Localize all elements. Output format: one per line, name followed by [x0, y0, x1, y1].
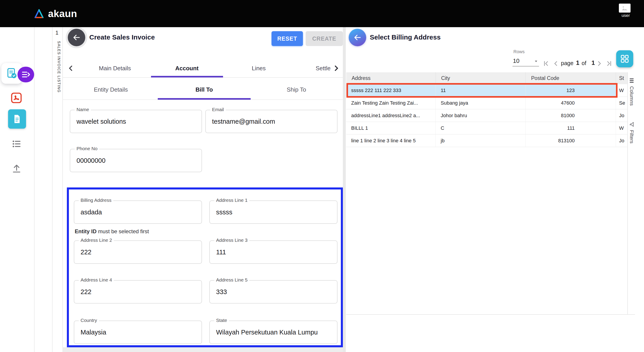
name-field[interactable]: Name wavelet solutions [70, 110, 202, 133]
subtab-bill-to[interactable]: Bill To [196, 86, 213, 93]
divider-horizontal [346, 314, 635, 315]
tab-account[interactable]: Account [175, 65, 198, 72]
address-line-1-label: Address Line 1 [214, 198, 249, 203]
cell-postal-code: 47600 [526, 97, 616, 109]
tabs-next-button[interactable] [332, 64, 340, 73]
table-row[interactable]: Zain Testing Zain Testing Zai... Subang … [346, 97, 628, 109]
invoice-document-icon [6, 67, 18, 80]
sales-document-button[interactable] [8, 109, 26, 129]
columns-tool-label: Columns [629, 86, 634, 106]
filters-tool-label: Filters [629, 130, 634, 143]
chevron-left-icon [552, 60, 560, 67]
invoice-back-button[interactable] [68, 29, 85, 46]
filters-tool-button[interactable]: Filters [628, 121, 636, 160]
first-page-icon [542, 60, 550, 67]
akaun-logo: akaun [34, 0, 77, 27]
listing-strip-label: SALES INVOICE LISTING [54, 38, 61, 96]
table-row[interactable]: addressLine1 addressLine2 a... Johor bah… [346, 109, 628, 122]
sidebar [0, 27, 34, 352]
avatar-alt-text: user [622, 13, 630, 18]
address-line-2-label: Address Line 2 [79, 237, 114, 243]
cell-state: Se [616, 97, 628, 109]
active-tab-underline [151, 76, 223, 78]
cell-city: jb [436, 134, 526, 147]
upload-button[interactable] [11, 163, 22, 174]
menu-collapse-button[interactable] [18, 67, 34, 82]
address-line-2-field[interactable]: Address Line 2 222 [74, 240, 202, 264]
cell-address: addressLine1 addressLine2 a... [346, 109, 436, 122]
cell-city: C [436, 122, 526, 134]
active-subtab-underline [158, 98, 251, 100]
cell-state: Jo [616, 134, 628, 147]
address-line-1-value: sssss [216, 209, 334, 216]
address-line-1-field[interactable]: Address Line 1 sssss [209, 200, 338, 224]
address-line-5-field[interactable]: Address Line 5 333 [209, 280, 338, 303]
menu-open-icon [21, 70, 30, 79]
previous-page-button[interactable] [551, 59, 560, 68]
grid-view-button[interactable] [616, 50, 633, 67]
pagination-current-page: 1 [576, 60, 580, 67]
phone-field-label: Phone No [75, 146, 99, 151]
list-view-button[interactable] [11, 139, 22, 149]
pagination-total-pages: 1 [592, 60, 595, 67]
columns-tool-button[interactable]: Columns [628, 78, 636, 116]
address-line-4-field[interactable]: Address Line 4 222 [74, 280, 202, 303]
rows-per-page-select[interactable]: 10 [512, 56, 539, 67]
panel-gap [343, 27, 346, 352]
pagination-page-word: page [561, 60, 574, 67]
state-field-value: Wilayah Persekutuan Kuala Lumpu [216, 329, 334, 336]
address-line-3-value: 111 [216, 248, 334, 256]
address-line-3-field[interactable]: Address Line 3 111 [209, 240, 338, 264]
tabs-prev-button[interactable] [66, 64, 76, 73]
reset-button[interactable]: RESET [272, 31, 303, 46]
billing-back-button[interactable] [349, 29, 366, 46]
subtab-entity-details[interactable]: Entity Details [94, 86, 128, 93]
last-page-button[interactable] [604, 59, 614, 68]
column-header-city: City [436, 72, 526, 84]
billing-address-field[interactable]: Billing Address asdada [74, 200, 202, 224]
address-line-2-value: 222 [80, 248, 199, 256]
tab-lines[interactable]: Lines [252, 65, 266, 72]
phone-field[interactable]: Phone No 00000000 [70, 149, 202, 172]
last-page-icon [606, 60, 613, 67]
email-field[interactable]: Email testname@gmail.com [205, 110, 338, 133]
tab-main-details[interactable]: Main Details [99, 65, 131, 72]
pdf-export-button[interactable] [10, 91, 23, 104]
table-row[interactable]: line 1 line 2 line 3 line 4 line 5 jb 81… [346, 134, 628, 147]
akaun-logo-text: akaun [48, 8, 77, 19]
helper-rest: must be selected first [96, 228, 149, 234]
app-root: akaun user [0, 0, 644, 352]
address-line-4-value: 222 [80, 288, 199, 296]
broken-image-icon [619, 4, 630, 13]
next-page-button[interactable] [595, 59, 604, 68]
state-field[interactable]: State Wilayah Persekutuan Kuala Lumpu [209, 320, 338, 344]
phone-field-value: 00000000 [76, 157, 199, 164]
columns-icon [629, 78, 634, 84]
cell-postal-code: 123 [526, 84, 616, 97]
grid-icon [620, 54, 630, 64]
subtab-ship-to[interactable]: Ship To [287, 86, 306, 93]
panel-bottom-strip [62, 347, 343, 352]
arrow-left-icon [353, 33, 362, 42]
upload-icon [12, 163, 22, 174]
cell-address: Zain Testing Zain Testing Zai... [346, 97, 436, 109]
pagination-of-word: of [582, 60, 586, 67]
country-field[interactable]: Country Malaysia [74, 320, 202, 344]
name-field-value: wavelet solutions [76, 118, 199, 125]
create-button[interactable]: CREATE [306, 31, 343, 46]
table-row[interactable]: sssss 222 111 222 333 11 123 W [346, 84, 628, 97]
state-field-label: State [214, 318, 229, 323]
arrow-left-icon [72, 33, 81, 42]
first-page-button[interactable] [541, 59, 551, 68]
column-header-state: St [616, 72, 628, 84]
name-field-label: Name [75, 107, 91, 112]
billing-address-field-label: Billing Address [79, 198, 113, 203]
user-avatar[interactable]: user [619, 4, 633, 19]
column-header-address: Address [346, 72, 436, 84]
cell-city: Subang jaya [436, 97, 526, 109]
tab-settlement[interactable]: Settle [316, 65, 331, 72]
table-row[interactable]: BILLL 1 C 111 W [346, 122, 628, 134]
email-field-label: Email [210, 107, 226, 112]
billing-panel-title: Select Billing Address [370, 34, 441, 41]
address-line-5-label: Address Line 5 [214, 277, 249, 283]
